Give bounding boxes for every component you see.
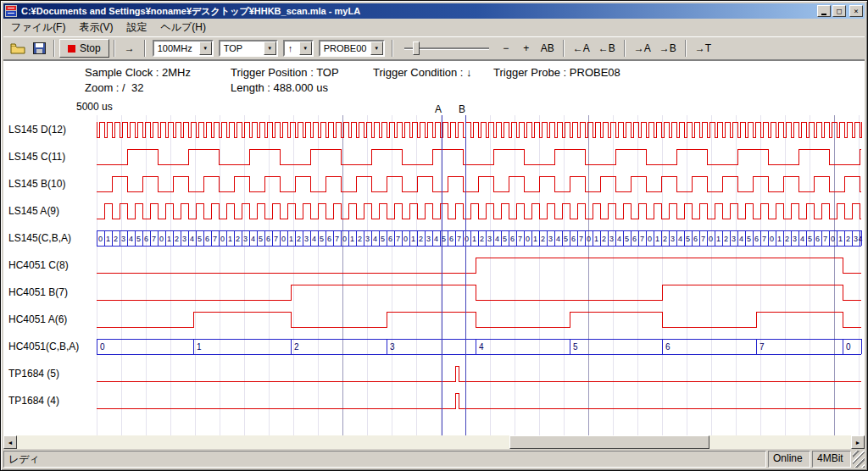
bus-value: 4 bbox=[251, 235, 255, 243]
zoom-out-button[interactable]: − bbox=[496, 39, 516, 58]
bus-value: 7 bbox=[457, 235, 461, 243]
bus-value: 2 bbox=[541, 235, 545, 243]
bus-value: 0 bbox=[342, 235, 347, 243]
chevron-down-icon[interactable]: ▼ bbox=[264, 42, 276, 55]
toolbar-separator bbox=[624, 40, 626, 57]
bus-value: 4 bbox=[617, 235, 621, 243]
signal-label: HC4051 C(8) bbox=[8, 259, 69, 271]
maximize-button[interactable]: □ bbox=[832, 5, 846, 17]
bus-value: 1 bbox=[838, 235, 843, 243]
length-info: Length : 488.000 us bbox=[231, 81, 328, 94]
bus-value: 0 bbox=[100, 342, 105, 352]
bus-value: 5 bbox=[198, 235, 202, 243]
chevron-down-icon[interactable]: ▼ bbox=[199, 42, 212, 55]
horizontal-scrollbar[interactable]: ◄ ► bbox=[3, 435, 865, 449]
bus-value: 0 bbox=[403, 235, 408, 243]
bus-value: 4 bbox=[495, 235, 499, 243]
waveform-plot: 5000 us012345670123456701234567012345670… bbox=[3, 98, 865, 435]
bus-value: 1 bbox=[197, 342, 202, 352]
cursor-label: B bbox=[459, 103, 465, 115]
bus-value: 5 bbox=[503, 235, 507, 243]
bus-value: 2 bbox=[294, 342, 299, 352]
app-window: C:¥Documents and Settings¥noname¥デスクトップ¥… bbox=[0, 0, 868, 471]
stop-button[interactable]: Stop bbox=[59, 39, 109, 58]
scroll-right-button[interactable]: ► bbox=[851, 435, 865, 449]
scrollbar-thumb[interactable] bbox=[509, 435, 709, 449]
ab-button[interactable]: AB bbox=[537, 39, 559, 58]
bus-value: 0 bbox=[770, 235, 774, 243]
close-button[interactable]: × bbox=[849, 5, 863, 17]
sample-clock-combo[interactable]: 100MHz ▼ bbox=[153, 40, 214, 57]
menu-help[interactable]: ヘルプ(H) bbox=[153, 19, 213, 36]
window-title: C:¥Documents and Settings¥noname¥デスクトップ¥… bbox=[21, 5, 815, 18]
bus-value: 7 bbox=[762, 235, 766, 243]
menu-view[interactable]: 表示(V) bbox=[72, 19, 120, 36]
waveform-area[interactable]: 5000 us012345670123456701234567012345670… bbox=[3, 98, 865, 435]
bus-value: 5 bbox=[625, 235, 629, 243]
toolbar-separator bbox=[53, 40, 55, 57]
bus-value: 4 bbox=[479, 342, 484, 352]
bus-value: 2 bbox=[480, 235, 484, 243]
minimize-icon bbox=[821, 14, 826, 15]
bus-value: 3 bbox=[243, 235, 248, 243]
zoom-slider-thumb[interactable] bbox=[413, 42, 420, 55]
bus-value: 7 bbox=[518, 235, 522, 243]
bus-value: 2 bbox=[358, 235, 362, 243]
bus-value: 0 bbox=[98, 235, 103, 243]
bus-value: 7 bbox=[152, 235, 156, 243]
goto-a-left-button[interactable]: ←A bbox=[569, 39, 594, 58]
bus-value: 1 bbox=[594, 235, 598, 243]
bus-value: 4 bbox=[373, 235, 377, 243]
bus-value: 7 bbox=[823, 235, 827, 243]
scroll-left-button[interactable]: ◄ bbox=[3, 435, 17, 449]
signal-waveform bbox=[97, 258, 861, 273]
bus-value: 0 bbox=[831, 235, 835, 243]
signal-waveform bbox=[97, 203, 861, 219]
zoom-in-button[interactable]: + bbox=[516, 39, 537, 58]
bus-value: 7 bbox=[579, 235, 583, 243]
trigger-edge-combo[interactable]: ↑ ▼ bbox=[283, 40, 314, 57]
menu-file[interactable]: ファイル(F) bbox=[4, 19, 72, 36]
bus-value: 6 bbox=[449, 235, 453, 243]
signal-label: HC4051(C,B,A) bbox=[8, 341, 79, 352]
trigger-probe-info: Trigger Probe : PROBE08 bbox=[493, 66, 620, 79]
bus-value: 4 bbox=[858, 235, 862, 243]
bus-value: 2 bbox=[175, 235, 179, 243]
bus-value: 6 bbox=[144, 235, 148, 243]
minimize-button[interactable] bbox=[817, 5, 831, 17]
bus-value: 1 bbox=[350, 235, 354, 243]
bus-value: 6 bbox=[327, 235, 331, 243]
bus-value: 5 bbox=[442, 235, 446, 243]
stop-icon bbox=[68, 45, 75, 53]
chevron-down-icon[interactable]: ▼ bbox=[370, 42, 383, 55]
menu-settings[interactable]: 設定 bbox=[120, 19, 153, 36]
bus-value: 3 bbox=[732, 235, 736, 243]
bus-value: 2 bbox=[419, 235, 423, 243]
run-button[interactable]: → bbox=[120, 39, 140, 58]
toolbar-separator bbox=[144, 40, 146, 57]
goto-b-right-button[interactable]: →B bbox=[655, 39, 681, 58]
save-button[interactable] bbox=[29, 39, 49, 58]
trigger-probe-combo[interactable]: PROBE00 ▼ bbox=[319, 40, 385, 57]
bus-value: 6 bbox=[665, 342, 670, 352]
signal-waveform bbox=[97, 176, 861, 191]
open-button[interactable] bbox=[7, 39, 29, 58]
goto-a-right-button[interactable]: →A bbox=[630, 39, 655, 58]
toolbar-separator bbox=[563, 40, 565, 57]
stop-label: Stop bbox=[80, 42, 101, 54]
bus-value: 5 bbox=[686, 235, 690, 243]
time-origin-label: 5000 us bbox=[76, 101, 113, 113]
bus-value: 5 bbox=[136, 235, 141, 243]
trigger-position-combo[interactable]: TOP ▼ bbox=[219, 40, 278, 57]
signal-label: LS145 D(12) bbox=[8, 124, 66, 136]
goto-b-left-button[interactable]: ←B bbox=[594, 39, 620, 58]
bus-value: 1 bbox=[716, 235, 721, 243]
zoom-slider[interactable] bbox=[403, 39, 491, 58]
chevron-down-icon[interactable]: ▼ bbox=[299, 42, 312, 55]
bus-value: 5 bbox=[320, 235, 324, 243]
bus-value: 0 bbox=[846, 342, 851, 352]
goto-trigger-button[interactable]: →T bbox=[691, 39, 715, 58]
bus-value: 7 bbox=[640, 235, 644, 243]
bus-value: 0 bbox=[159, 235, 164, 243]
resize-grip[interactable] bbox=[853, 451, 865, 468]
